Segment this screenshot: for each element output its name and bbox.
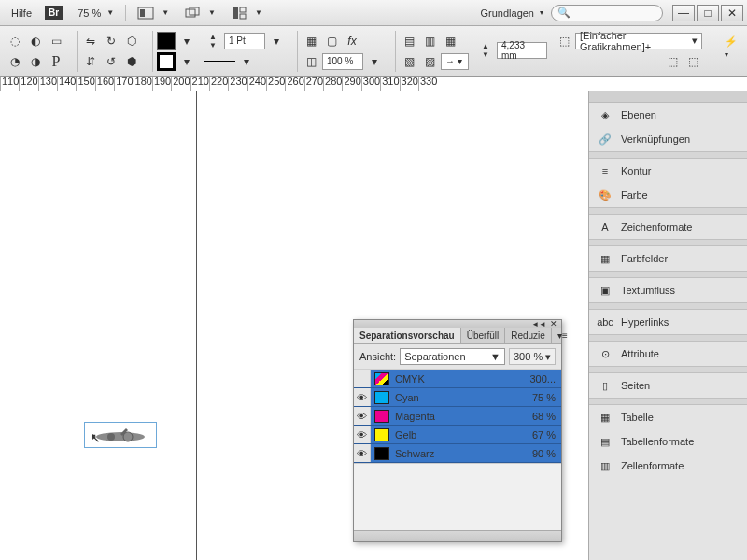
tool-icon[interactable]: ⬢ [122,52,141,71]
frame-type-select[interactable]: [Einfacher Grafikrahmen]+▾ [575,33,702,49]
page-guide [196,91,197,560]
tool-icon[interactable]: ⬚ [663,52,682,71]
flip-v-icon[interactable]: ⇵ [81,52,100,71]
panel-item-hyperlinks[interactable]: abcHyperlinks [589,310,747,334]
tab-separations[interactable]: Separationsvorschau [354,328,461,343]
panel-item-charstyle[interactable]: AZeichenformate [589,215,747,239]
panel-item-table[interactable]: ▦Tabelle [589,405,747,429]
tool-icon[interactable]: ▦ [302,32,320,50]
panel-item-stroke[interactable]: ≡Kontur [589,159,747,183]
opacity-input[interactable]: 100 % [322,53,363,70]
visibility-toggle[interactable]: 👁 [354,444,371,462]
tool-icon[interactable]: ◌ [6,32,24,50]
close-button[interactable]: ✕ [721,5,743,21]
screen-mode-button[interactable] [135,5,156,21]
svg-rect-5 [240,7,246,12]
ink-swatch [374,447,389,460]
fx-icon[interactable]: fx [343,32,361,50]
chevron-down-icon[interactable]: ▾ [540,8,543,17]
panel-item-textwrap[interactable]: ▣Textumfluss [589,278,747,302]
chevron-down-icon[interactable]: ▼ [208,8,216,17]
panel-resize-bar[interactable] [354,530,561,541]
visibility-toggle[interactable]: 👁 [354,426,371,443]
lightning-icon[interactable]: ⚡▾ [725,35,738,59]
panel-item-color[interactable]: 🎨Farbe [589,183,747,207]
panel-collapse-bar[interactable] [589,91,747,103]
align-icon[interactable]: ▤ [400,32,418,50]
tool-icon[interactable]: ◑ [26,52,45,71]
bridge-button[interactable]: Br [45,6,63,20]
visibility-toggle[interactable] [354,370,371,387]
tool-icon[interactable]: ⬚ [684,52,702,71]
ink-row[interactable]: CMYK300... [354,370,561,388]
panel-item-pages[interactable]: ▯Seiten [589,373,747,398]
frame-type-icon[interactable]: ⬚ [555,32,573,50]
arrange-button[interactable] [182,5,203,21]
chevron-down-icon[interactable]: ▾ [365,52,384,71]
panel-item-label: Attribute [621,348,659,359]
links-icon: 🔗 [597,132,613,147]
chevron-down-icon[interactable]: ▾ [177,52,196,71]
visibility-toggle[interactable]: 👁 [354,407,371,425]
stroke-style-preview[interactable] [204,61,235,62]
chevron-down-icon[interactable]: ▼ [162,8,169,17]
paragraph-icon[interactable]: P [47,52,65,71]
visibility-toggle[interactable]: 👁 [354,388,371,406]
stroke-swatch[interactable] [157,52,176,71]
horizontal-ruler: 1101201301401501601701801902002102202302… [0,77,747,91]
panel-item-links[interactable]: 🔗Verknüpfungen [589,127,747,151]
stepper-icon[interactable]: ▲▼ [476,41,495,60]
minimize-button[interactable]: — [672,5,695,21]
charstyle-icon: A [597,219,613,234]
chevron-down-icon[interactable]: ▾ [267,32,286,50]
tool-icon[interactable]: ▭ [47,32,65,50]
canvas[interactable]: ↖ ◄◄ ✕ Separationsvorschau Überfüll Redu… [0,91,588,560]
workspace-selector[interactable]: Grundlagen [475,7,541,19]
maximize-button[interactable]: □ [697,5,719,21]
panel-item-label: Farbe [621,189,648,201]
align-icon[interactable]: ▧ [400,52,418,71]
tab-trap[interactable]: Überfüll [461,328,505,343]
stepper-icon[interactable]: ▲▼ [204,32,222,50]
chevron-down-icon[interactable]: ▾ [237,52,256,71]
tool-icon[interactable]: ◐ [26,32,45,50]
selected-frame[interactable]: ↖ [84,422,157,448]
zoom-level[interactable]: 75 % [68,7,106,19]
align-icon[interactable]: ▥ [420,32,439,50]
view-options-button[interactable] [229,5,249,21]
panel-item-attributes[interactable]: ⊙Attribute [589,342,747,366]
frame-width-input[interactable]: 4,233 mm [497,42,547,59]
tool-icon[interactable]: ◔ [6,52,24,71]
panel-item-swatches[interactable]: ▦Farbfelder [589,246,747,271]
ink-row[interactable]: 👁Cyan75 % [354,388,561,407]
panel-menu-icon[interactable]: ▾≡ [552,328,573,343]
ink-row[interactable]: 👁Gelb67 % [354,426,561,444]
tool-icon[interactable]: ⬡ [122,32,141,50]
stroke-weight-input[interactable]: 1 Pt [224,33,265,49]
panel-item-cellfmt[interactable]: ▥Zellenformate [589,454,747,478]
fill-swatch[interactable] [157,32,176,50]
view-select[interactable]: Separationen▼ [400,348,505,365]
chevron-down-icon[interactable]: ▾ [177,32,196,50]
ink-row[interactable]: 👁Schwarz90 % [354,444,561,463]
align-icon[interactable]: ▨ [420,52,439,71]
align-icon[interactable]: ▦ [441,32,459,50]
flip-h-icon[interactable]: ⇋ [81,32,100,50]
search-input[interactable]: 🔍 [551,5,663,21]
svg-point-8 [107,433,115,441]
help-menu[interactable]: Hilfe [4,7,39,19]
panel-item-label: Ebenen [621,109,656,120]
ink-row[interactable]: 👁Magenta68 % [354,407,561,426]
panel-item-layers[interactable]: ◈Ebenen [589,103,747,127]
chevron-down-icon[interactable]: ▼ [106,8,114,17]
chevron-down-icon[interactable]: ▼ [255,8,262,17]
tool-icon[interactable]: ◫ [302,52,320,71]
panel-item-tablefmt[interactable]: ▤Tabellenformate [589,429,747,454]
rotate-cw-icon[interactable]: ↻ [102,32,120,50]
arrow-select[interactable]: → ▾ [441,53,469,70]
tool-icon[interactable]: ▢ [322,32,341,50]
preview-zoom[interactable]: 300 %▾ [509,348,556,365]
view-label: Ansicht: [359,351,396,362]
tab-flatten[interactable]: Reduzie [505,328,552,343]
rotate-ccw-icon[interactable]: ↺ [102,52,120,71]
